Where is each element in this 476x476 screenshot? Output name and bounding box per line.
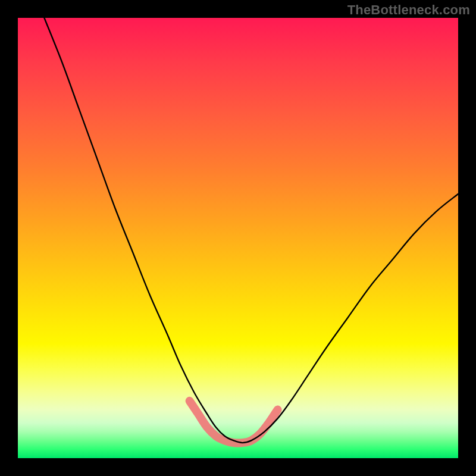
chart-svg (18, 18, 458, 458)
watermark-text: TheBottleneck.com (347, 2, 470, 18)
chart-frame: TheBottleneck.com (0, 0, 476, 476)
bottleneck-curve (44, 18, 458, 443)
plot-area (18, 18, 458, 458)
